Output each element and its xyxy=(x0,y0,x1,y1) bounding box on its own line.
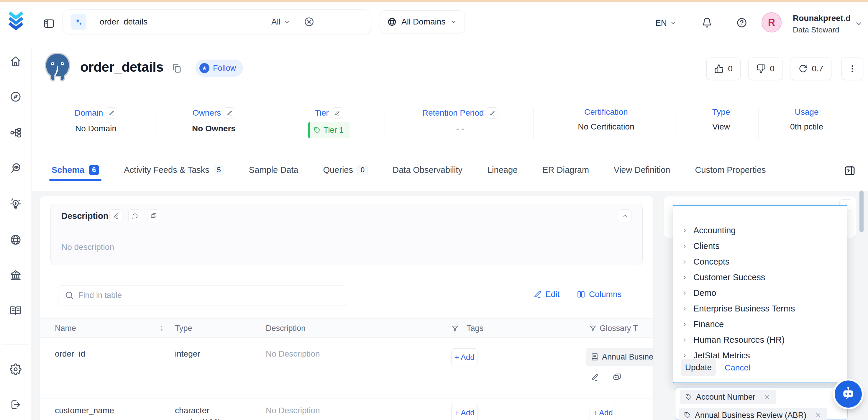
downvote-button[interactable]: 0 xyxy=(749,58,782,80)
retention-label[interactable]: Retention Period xyxy=(422,108,484,118)
tab-data-observability[interactable]: Data Observability xyxy=(393,165,462,175)
add-glossary-button[interactable]: + Add xyxy=(590,404,616,420)
global-search-input[interactable] xyxy=(100,17,265,27)
tab-lineage[interactable]: Lineage xyxy=(487,165,518,175)
find-in-table-input[interactable] xyxy=(79,291,320,300)
chevron-right-icon[interactable] xyxy=(682,243,687,249)
usage-label[interactable]: Usage xyxy=(795,107,819,117)
chevron-right-icon[interactable] xyxy=(682,228,687,234)
term-chip-annual-business-review[interactable]: Annual Business Review (ABR) xyxy=(679,408,827,420)
row-name[interactable]: customer_name xyxy=(55,406,114,415)
more-actions-button[interactable] xyxy=(842,58,863,80)
home-icon[interactable] xyxy=(10,55,22,67)
chevron-right-icon[interactable] xyxy=(682,337,687,343)
tree-item-finance[interactable]: Finance xyxy=(673,317,847,332)
governance-bank-icon[interactable] xyxy=(10,269,22,281)
chevron-right-icon[interactable] xyxy=(682,353,687,359)
chevron-right-icon[interactable] xyxy=(682,290,687,296)
tree-item-concepts[interactable]: Concepts xyxy=(673,254,847,270)
remove-term-icon[interactable] xyxy=(815,412,822,419)
glossary-book-icon[interactable] xyxy=(10,305,22,317)
remove-term-icon[interactable] xyxy=(764,393,771,400)
ai-sparkle-icon[interactable] xyxy=(70,14,86,30)
column-header-tags[interactable]: Tags xyxy=(467,324,484,333)
cancel-button[interactable]: Cancel xyxy=(725,363,750,372)
scrollbar-thumb[interactable] xyxy=(860,190,864,233)
owners-label[interactable]: Owners xyxy=(193,108,221,118)
term-chip-account-number[interactable]: Account Number xyxy=(680,390,776,404)
edit-tier-button[interactable] xyxy=(332,107,343,119)
certification-label[interactable]: Certification xyxy=(584,107,628,117)
chatbot-button[interactable] xyxy=(835,381,862,408)
notifications-bell-icon[interactable] xyxy=(701,17,713,28)
tab-schema[interactable]: Schema6 xyxy=(52,165,99,175)
domain-label[interactable]: Domain xyxy=(74,108,103,118)
tab-view-definition[interactable]: View Definition xyxy=(614,165,670,175)
find-in-table-box[interactable] xyxy=(58,285,347,305)
upvote-button[interactable]: 0 xyxy=(707,58,740,80)
filter-icon[interactable] xyxy=(451,324,459,332)
edit-retention-button[interactable] xyxy=(487,107,498,119)
user-avatar[interactable]: R xyxy=(762,12,782,32)
score-button[interactable]: 0.7 xyxy=(790,58,831,80)
settings-gear-icon[interactable] xyxy=(10,363,22,375)
tier-badge[interactable]: Tier 1 xyxy=(308,122,349,138)
chevron-right-icon[interactable] xyxy=(682,275,687,280)
tier-label[interactable]: Tier xyxy=(315,108,329,118)
tree-item-enterprise-business-terms[interactable]: Enterprise Business Terms xyxy=(673,301,847,317)
collapse-description-button[interactable] xyxy=(619,209,632,222)
row-description[interactable]: No Description xyxy=(266,406,320,415)
edit-table-button[interactable]: Edit xyxy=(533,290,559,299)
column-header-name[interactable]: Name xyxy=(55,324,76,333)
glossary-term-chip[interactable]: Annual Busine xyxy=(586,348,653,366)
open-right-panel-icon[interactable] xyxy=(843,164,856,177)
sidebar-toggle-icon[interactable] xyxy=(43,18,55,30)
chevron-right-icon[interactable] xyxy=(682,306,687,312)
row-description[interactable]: No Description xyxy=(266,349,320,359)
row-name[interactable]: order_id xyxy=(55,349,85,359)
logout-icon[interactable] xyxy=(10,399,22,411)
tab-activity-feeds-tasks[interactable]: Activity Feeds & Tasks5 xyxy=(124,165,224,175)
language-dropdown[interactable]: EN xyxy=(655,18,677,28)
search-scope-dropdown[interactable]: All xyxy=(271,17,290,27)
sort-icon[interactable] xyxy=(158,324,165,332)
user-menu-chevron-icon[interactable] xyxy=(855,20,863,28)
tab-queries[interactable]: Queries0 xyxy=(323,165,368,175)
sitemap-icon[interactable] xyxy=(10,127,22,139)
tab-er-diagram[interactable]: ER Diagram xyxy=(542,165,589,175)
global-search-bar[interactable]: All xyxy=(63,9,371,34)
help-icon[interactable] xyxy=(736,17,747,28)
domain-filter-dropdown[interactable]: All Domains xyxy=(380,10,465,33)
tab-sample-data[interactable]: Sample Data xyxy=(249,165,299,175)
comment-description-button[interactable] xyxy=(128,209,141,222)
compass-icon[interactable] xyxy=(10,91,22,102)
clear-search-icon[interactable] xyxy=(304,17,314,27)
threads-icon[interactable] xyxy=(613,373,621,382)
edit-owners-button[interactable] xyxy=(224,107,235,119)
atlan-logo[interactable] xyxy=(6,10,26,31)
column-header-type[interactable]: Type xyxy=(175,324,192,333)
tree-item-demo[interactable]: Demo xyxy=(673,285,847,301)
chevron-right-icon[interactable] xyxy=(682,259,687,265)
add-tag-button[interactable]: + Add xyxy=(451,404,478,420)
tree-item-human-resources[interactable]: Human Resources (HR) xyxy=(673,332,847,348)
tree-item-customer-success[interactable]: Customer Success xyxy=(673,270,847,285)
observability-icon[interactable] xyxy=(10,162,22,174)
web-globe-icon[interactable] xyxy=(10,234,22,246)
tree-item-clients[interactable]: Clients xyxy=(673,238,847,254)
tree-item-accounting[interactable]: Accounting xyxy=(673,223,847,238)
tab-custom-properties[interactable]: Custom Properties xyxy=(695,165,766,175)
type-label[interactable]: Type xyxy=(712,107,730,117)
follow-button[interactable]: ★ Follow xyxy=(195,60,243,77)
add-tag-button[interactable]: + Add xyxy=(451,348,478,366)
edit-description-button[interactable] xyxy=(110,209,122,222)
threads-description-button[interactable] xyxy=(147,209,160,222)
insights-bulb-icon[interactable] xyxy=(10,199,22,210)
update-button[interactable]: Update xyxy=(681,359,716,376)
edit-domain-button[interactable] xyxy=(106,107,117,119)
copy-name-icon[interactable] xyxy=(171,63,182,74)
column-header-glossary[interactable]: Glossary T xyxy=(599,324,638,333)
columns-button[interactable]: Columns xyxy=(577,290,621,299)
column-header-description[interactable]: Description xyxy=(266,324,306,333)
edit-glossary-icon[interactable] xyxy=(591,373,599,381)
